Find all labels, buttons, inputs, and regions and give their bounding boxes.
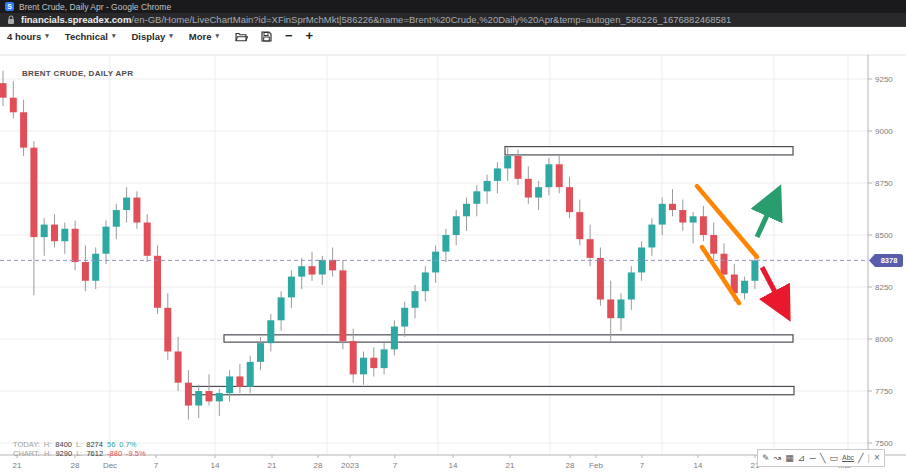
drawing-toolbar[interactable]: ✎↝▦⊿─╲▭Abc╱|× [757,449,885,467]
menu-more[interactable]: More▾ [189,31,219,42]
browser-url-bar[interactable]: financials.spreadex.com/en-GB/Home/LiveC… [0,13,906,27]
zoom-in-icon[interactable]: + [306,31,314,41]
site-favicon: S [5,2,14,11]
svg-text:Feb: Feb [589,461,603,470]
svg-text:2023: 2023 [341,461,359,470]
horizontal-line-tool-icon[interactable]: ─ [809,453,815,463]
ray-tool-icon[interactable]: ╲ [820,453,825,463]
svg-text:8500: 8500 [875,231,893,240]
svg-text:21: 21 [268,461,277,470]
arrow-annotations[interactable] [757,193,786,313]
chevron-down-icon: ▾ [169,32,173,40]
open-folder-icon[interactable] [235,31,248,42]
url-domain: financials.spreadex.com [21,14,131,25]
measure-tool-icon[interactable]: ⊿ [798,453,806,463]
svg-text:14: 14 [694,461,703,470]
line-tool-icon[interactable]: ╱ [858,453,863,463]
freehand-tool-icon[interactable]: ↝ [774,453,782,463]
chart-area[interactable]: 925090008750850082508000775075002128Dec7… [0,45,906,474]
url-text[interactable]: financials.spreadex.com/en-GB/Home/LiveC… [21,14,731,25]
svg-text:7500: 7500 [875,439,893,448]
svg-text:9250: 9250 [875,75,893,84]
chart-change: -880 [107,449,122,458]
svg-text:21: 21 [13,461,22,470]
menu-4-hours[interactable]: 4 hours▾ [7,31,49,42]
close-icon[interactable]: × [874,453,880,463]
current-price-badge: 8378 [869,254,903,267]
svg-text:7: 7 [640,461,645,470]
candlesticks [0,71,758,420]
svg-text:28: 28 [71,461,80,470]
pointer-tool-icon[interactable]: ✎ [762,453,770,463]
chart-toolbar: 4 hours▾Technical▾Display▾More▾ − + [0,27,906,45]
svg-text:Dec: Dec [103,461,117,470]
url-path: /en-GB/Home/LiveChartMain?id=XFinSprMchM… [131,14,731,25]
price-stats-overlay: TODAY:H:8400L:8274560.7% CHART:H:9290L:7… [13,440,150,458]
grid-tool-icon[interactable]: ▦ [785,453,794,463]
chart-svg[interactable]: 925090008750850082508000775075002128Dec7… [0,45,906,474]
svg-text:28: 28 [314,461,323,470]
chart-instrument-title: BRENT CRUDE, DAILY APR [22,69,133,78]
zone-rectangle [224,335,793,342]
svg-text:21: 21 [506,461,515,470]
support-resistance-zones[interactable] [188,147,794,395]
rectangle-tool-icon[interactable]: ▭ [829,453,838,463]
svg-text:8378: 8378 [881,256,898,265]
lock-icon [7,15,15,25]
chart-stats-row: CHART:H:9290L:7612-880-9.5% [13,449,150,458]
svg-text:7: 7 [154,461,159,470]
zoom-out-icon[interactable]: − [285,31,293,41]
menu-technical[interactable]: Technical▾ [65,31,116,42]
svg-text:14: 14 [211,461,220,470]
svg-text:9000: 9000 [875,127,893,136]
svg-text:7: 7 [393,461,398,470]
chevron-down-icon: ▾ [215,32,219,40]
svg-text:14: 14 [449,461,458,470]
today-change-pct: 0.7% [119,440,136,449]
today-change: 56 [107,440,115,449]
svg-text:8750: 8750 [875,179,893,188]
chevron-down-icon: ▾ [112,32,116,40]
window-title: Brent Crude, Daily Apr - Google Chrome [19,2,171,12]
svg-text:7750: 7750 [875,387,893,396]
save-icon[interactable] [261,31,272,42]
chevron-down-icon: ▾ [45,32,49,40]
zone-rectangle [505,147,793,155]
browser-title-bar: S Brent Crude, Daily Apr - Google Chrome [0,0,906,13]
zone-rectangle [188,386,794,394]
text-tool-icon[interactable]: Abc [842,453,854,463]
svg-text:8000: 8000 [875,335,893,344]
svg-text:8250: 8250 [875,283,893,292]
today-stats-row: TODAY:H:8400L:8274560.7% [13,440,150,449]
chart-change-pct: -9.5% [126,449,146,458]
menu-display[interactable]: Display▾ [131,31,172,42]
toolbar-separator: | [868,453,870,463]
svg-text:28: 28 [566,461,575,470]
